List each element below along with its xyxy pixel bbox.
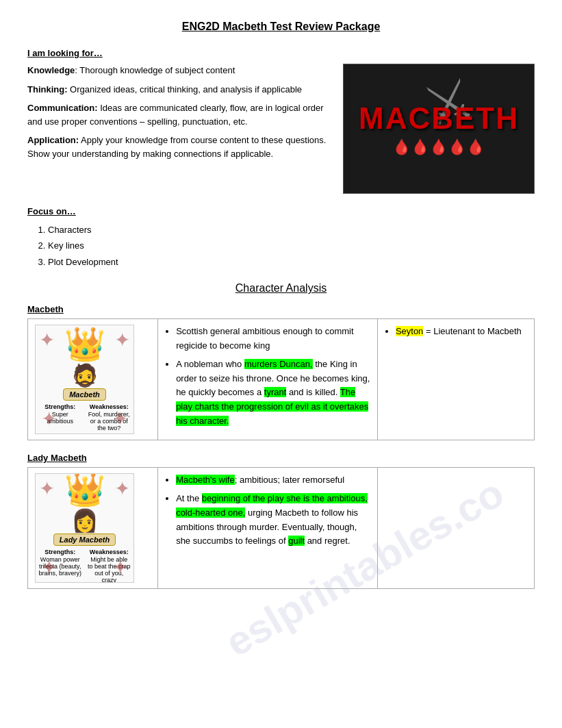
focus-list: Characters Key lines Plot Development — [48, 222, 535, 270]
lady-macbeth-extra-cell — [377, 468, 534, 589]
character-analysis-title: Character Analysis — [27, 282, 535, 294]
focus-section: Focus on… Characters Key lines Plot Deve… — [27, 206, 535, 270]
knowledge-para: Knowledge: Thorough knowledge of subject… — [27, 64, 332, 77]
lady-macbeth-desc-1: Macbeth's wife; ambitious; later remorse… — [176, 473, 370, 488]
thinking-label: Thinking: — [27, 84, 68, 95]
macbeth-desc-1: Scottish general ambitious enough to com… — [176, 325, 370, 353]
lady-macbeth-desc-2: At the beginning of the play she is the … — [176, 492, 370, 549]
focus-item-1: Characters — [48, 222, 535, 238]
focus-header: Focus on… — [27, 206, 535, 216]
focus-item-2: Key lines — [48, 238, 535, 253]
blood-drops-image: 🩸🩸🩸🩸🩸 — [392, 138, 485, 156]
macbeth-table: ✦ ✦ ✦ ✦ 👑 🧔 Macbeth Strengths: Super amb… — [27, 318, 535, 440]
intro-left: Knowledge: Thorough knowledge of subject… — [27, 64, 332, 194]
thinking-para: Thinking: Organized ideas, critical thin… — [27, 83, 332, 97]
lady-blood-splat-tr: ✦ — [114, 477, 130, 500]
lady-blood-splat-bl: ✦ — [41, 556, 57, 579]
knowledge-text: : Thorough knowledge of subject content — [75, 65, 235, 75]
lady-macbeth-beginning-highlight: beginning of the play she is the ambitio… — [176, 493, 368, 518]
lady-macbeth-img-box: ✦ ✦ ✦ ✦ 👑 👩 Lady Macbeth Strengths: Woma… — [35, 473, 134, 583]
knowledge-label: Knowledge — [27, 65, 75, 75]
macbeth-face-icon: 👑 — [64, 328, 105, 361]
macbeth-img-box: ✦ ✦ ✦ ✦ 👑 🧔 Macbeth Strengths: Super amb… — [35, 325, 134, 434]
macbeth-desc-list: Scottish general ambitious enough to com… — [176, 325, 370, 429]
communication-para: Communication: Ideas are communicated cl… — [27, 101, 332, 128]
thinking-text: Organized ideas, critical thinking, and … — [68, 84, 303, 95]
lady-macbeth-table: ✦ ✦ ✦ ✦ 👑 👩 Lady Macbeth Strengths: Woma… — [27, 467, 535, 589]
macbeth-extra-cell: Seyton = Lieutenant to Macbeth — [377, 319, 534, 440]
macbeth-label-box: Macbeth — [63, 388, 106, 401]
blood-splat-tl: ✦ — [39, 329, 55, 351]
lady-macbeth-desc-cell: Macbeth's wife; ambitious; later remorse… — [158, 468, 378, 589]
lady-macbeth-row: ✦ ✦ ✦ ✦ 👑 👩 Lady Macbeth Strengths: Woma… — [28, 468, 535, 589]
lady-blood-splat-tl: ✦ — [39, 477, 55, 500]
macbeth-section: Macbeth ✦ ✦ ✦ ✦ 👑 🧔 Macbeth Strengths: — [27, 304, 535, 440]
macbeth-desc-cell: Scottish general ambitious enough to com… — [158, 319, 378, 440]
macbeth-highlight-murders: murders Duncan, — [244, 359, 313, 369]
macbeth-cover-image: ⚔ MACBETH 🩸🩸🩸🩸🩸 — [343, 64, 535, 194]
lady-macbeth-strengths-label: Strengths: — [38, 549, 82, 555]
macbeth-seyton: Seyton = Lieutenant to Macbeth — [396, 325, 527, 339]
looking-for-header: I am looking for… — [27, 48, 535, 58]
lady-macbeth-face-icon: 👑 — [64, 473, 105, 506]
lady-macbeth-guilt-highlight: guilt — [288, 536, 305, 546]
macbeth-extra-list: Seyton = Lieutenant to Macbeth — [396, 325, 527, 339]
page-title: ENG2D Macbeth Test Review Package — [27, 21, 535, 33]
intro-grid: Knowledge: Thorough knowledge of subject… — [27, 64, 535, 194]
lady-macbeth-image-cell: ✦ ✦ ✦ ✦ 👑 👩 Lady Macbeth Strengths: Woma… — [28, 468, 158, 589]
lady-macbeth-name: Lady Macbeth — [27, 453, 535, 463]
application-label: Application: — [27, 135, 79, 145]
lady-macbeth-desc-list: Macbeth's wife; ambitious; later remorse… — [176, 473, 370, 549]
communication-label: Communication: — [27, 103, 98, 113]
application-para: Application: Apply your knowledge from c… — [27, 134, 332, 160]
macbeth-image-title: MACBETH — [359, 101, 519, 136]
macbeth-highlight-tyrant: tyrant — [264, 387, 287, 397]
seyton-highlight: Seyton — [396, 326, 423, 336]
macbeth-row: ✦ ✦ ✦ ✦ 👑 🧔 Macbeth Strengths: Super amb… — [28, 319, 535, 440]
lady-macbeth-section: Lady Macbeth ✦ ✦ ✦ ✦ 👑 👩 Lady Macbeth St… — [27, 453, 535, 589]
blood-splat-tr: ✦ — [114, 329, 130, 351]
lady-blood-splat-br: ✦ — [112, 556, 128, 579]
lady-macbeth-label-box: Lady Macbeth — [53, 534, 116, 546]
focus-item-3: Plot Development — [48, 254, 535, 270]
blood-splat-bl: ✦ — [41, 407, 57, 430]
macbeth-character-icon: 🧔 — [71, 362, 99, 388]
macbeth-image-cell: ✦ ✦ ✦ ✦ 👑 🧔 Macbeth Strengths: Super amb… — [28, 319, 158, 440]
lady-macbeth-weaknesses-label: Weaknesses: — [88, 549, 131, 555]
blood-splat-br: ✦ — [112, 407, 128, 430]
lady-macbeth-character-icon: 👩 — [71, 507, 99, 534]
macbeth-name: Macbeth — [27, 304, 535, 314]
macbeth-desc-2: A nobleman who murders Duncan, the King … — [176, 357, 370, 429]
lady-macbeth-wife-highlight: Macbeth's wife — [176, 475, 235, 485]
